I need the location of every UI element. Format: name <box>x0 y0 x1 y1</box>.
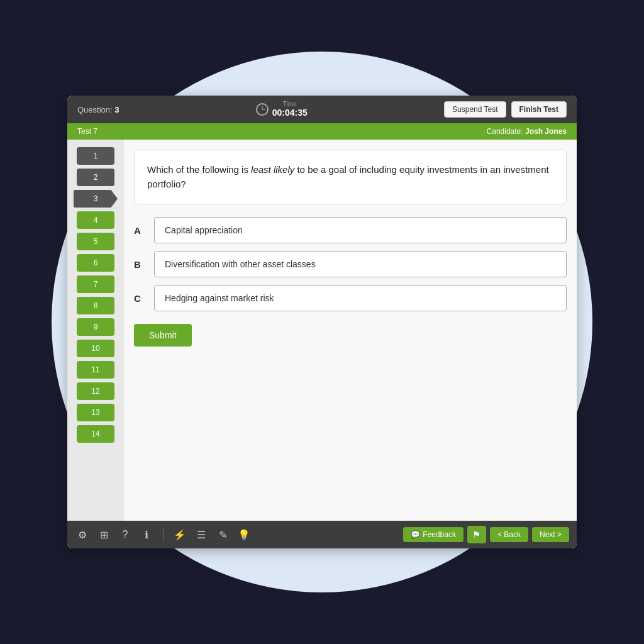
next-button[interactable]: Next > <box>532 527 569 542</box>
question-nav-2[interactable]: 2 <box>77 169 114 186</box>
list-icon[interactable]: ☰ <box>194 527 209 542</box>
bottom-bar: ⚙ ⊞ ? ℹ ⚡ ☰ ✎ 💡 💬 Feedback ⚑ < Back N <box>67 521 577 548</box>
answer-option-b: B Diversification with other asset class… <box>134 251 567 277</box>
question-nav-6[interactable]: 6 <box>77 254 114 272</box>
clock-icon <box>256 103 269 116</box>
time-label: Time <box>272 101 308 108</box>
answer-letter-b: B <box>134 259 147 270</box>
outer-circle: Question: 3 Time 00:04:35 Suspend Test F… <box>52 52 592 592</box>
submit-button[interactable]: Submit <box>134 324 192 347</box>
question-nav-1[interactable]: 1 <box>77 147 114 165</box>
info-icon[interactable]: ℹ <box>139 527 154 542</box>
question-box: Which of the following is least likely t… <box>134 150 567 204</box>
feedback-button[interactable]: 💬 Feedback <box>403 527 464 542</box>
question-nav-9[interactable]: 9 <box>77 318 114 336</box>
answer-option-a: A Capital appreciation <box>134 217 567 243</box>
top-bar: Question: 3 Time 00:04:35 Suspend Test F… <box>67 96 577 123</box>
question-indicator: Question: 3 <box>77 105 119 114</box>
question-area: Which of the following is least likely t… <box>124 140 577 521</box>
back-button[interactable]: < Back <box>490 527 528 542</box>
answer-box-c[interactable]: Hedging against market risk <box>154 285 567 311</box>
flag-icon: ⚑ <box>472 530 480 540</box>
grid-icon[interactable]: ⊞ <box>96 527 111 542</box>
question-nav-14[interactable]: 14 <box>77 425 114 443</box>
answer-letter-a: A <box>134 225 147 236</box>
lightbulb-icon[interactable]: 💡 <box>236 527 252 542</box>
feedback-chat-icon: 💬 <box>411 530 420 539</box>
answer-letter-c: C <box>134 293 147 304</box>
help-icon[interactable]: ? <box>118 527 133 542</box>
question-text-italic: least likely <box>251 164 294 175</box>
question-nav-3[interactable]: 3 <box>74 190 118 208</box>
question-text-part1: Which of the following is <box>147 164 251 175</box>
bolt-icon[interactable]: ⚡ <box>172 527 187 542</box>
bottom-icons: ⚙ ⊞ ? ℹ ⚡ ☰ ✎ 💡 <box>75 527 252 542</box>
candidate-label: Candidate: <box>487 127 523 136</box>
answer-option-c: C Hedging against market risk <box>134 285 567 311</box>
main-content: 1234567891011121314 Which of the followi… <box>67 140 577 521</box>
question-nav-7[interactable]: 7 <box>77 275 114 293</box>
question-nav-11[interactable]: 11 <box>77 361 114 379</box>
top-bar-actions: Suspend Test Finish Test <box>444 101 567 118</box>
question-number: 3 <box>114 105 119 114</box>
question-nav-8[interactable]: 8 <box>77 297 114 314</box>
test-name: Test 7 <box>77 127 97 136</box>
question-nav-10[interactable]: 10 <box>77 340 114 357</box>
question-nav-5[interactable]: 5 <box>77 233 114 250</box>
answer-box-b[interactable]: Diversification with other asset classes <box>154 251 567 277</box>
question-nav-13[interactable]: 13 <box>77 404 114 421</box>
question-nav-12[interactable]: 12 <box>77 382 114 400</box>
feedback-label: Feedback <box>423 530 456 539</box>
time-value: 00:04:35 <box>272 108 308 118</box>
candidate-name: Josh Jones <box>525 127 567 136</box>
question-nav-4[interactable]: 4 <box>77 211 114 229</box>
icon-divider <box>163 528 164 541</box>
sub-header: Test 7 Candidate: Josh Jones <box>67 123 577 140</box>
finish-test-button[interactable]: Finish Test <box>511 101 567 118</box>
timer-section: Time 00:04:35 <box>256 101 308 118</box>
question-sidebar: 1234567891011121314 <box>67 140 124 521</box>
app-window: Question: 3 Time 00:04:35 Suspend Test F… <box>67 96 577 548</box>
flag-button[interactable]: ⚑ <box>467 526 486 543</box>
edit-icon[interactable]: ✎ <box>215 527 230 542</box>
gear-icon[interactable]: ⚙ <box>75 527 90 542</box>
answer-box-a[interactable]: Capital appreciation <box>154 217 567 243</box>
suspend-test-button[interactable]: Suspend Test <box>444 101 506 118</box>
candidate-info: Candidate: Josh Jones <box>487 127 567 136</box>
bottom-right-buttons: 💬 Feedback ⚑ < Back Next > <box>403 526 569 543</box>
